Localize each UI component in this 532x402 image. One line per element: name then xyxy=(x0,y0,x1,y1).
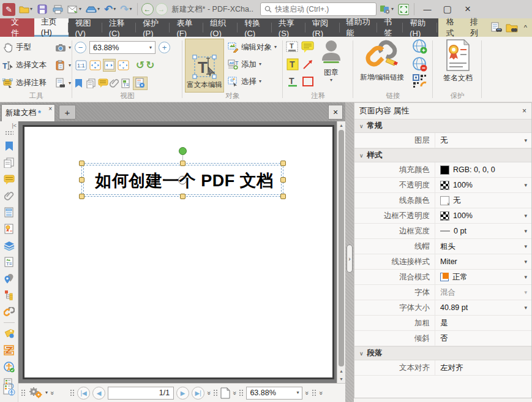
fit-page-button[interactable] xyxy=(117,59,130,72)
chevron-down-icon[interactable]: ▾ xyxy=(69,45,71,50)
close-tab-icon[interactable]: × xyxy=(48,105,52,112)
tab-accessibility[interactable]: 辅助功能 xyxy=(340,18,378,37)
border-opacity-value[interactable]: 100% xyxy=(435,211,524,221)
rotate-cw-icon[interactable]: ↻ xyxy=(146,59,154,72)
tab-arrange[interactable]: 排列 xyxy=(462,18,486,37)
drag-handle[interactable] xyxy=(312,389,317,396)
scan-button[interactable]: ▾ xyxy=(84,2,101,16)
tab-form[interactable]: 表单(F) xyxy=(170,18,203,37)
resize-handle-w[interactable] xyxy=(79,177,84,183)
resize-handle-nw[interactable] xyxy=(79,161,84,166)
resize-handle-se[interactable] xyxy=(280,194,286,199)
add-object-button[interactable]: T 添加 ▾ xyxy=(228,56,277,73)
collapse-handle-icon[interactable]: |< xyxy=(12,123,17,129)
stroke-color-value[interactable]: 无 xyxy=(435,195,531,206)
sticky-note-tool-icon[interactable] xyxy=(301,41,315,53)
fit-visible-button[interactable] xyxy=(89,59,102,72)
redo-button[interactable]: ↷ ▾ xyxy=(119,2,133,17)
zoom-out-button[interactable]: − xyxy=(75,42,86,53)
typewriter-tool-icon[interactable]: T xyxy=(286,40,299,54)
app-icon[interactable]: ✎ xyxy=(2,3,15,16)
last-page-button[interactable]: ▶| xyxy=(192,387,204,400)
order-panel-icon[interactable] xyxy=(2,344,16,357)
overflow-chevron-icon[interactable]: » xyxy=(317,391,324,395)
chevron-down-icon[interactable]: ▾ xyxy=(45,390,48,395)
maximize-button[interactable]: ▢ xyxy=(438,2,457,17)
overflow-chevron-icon[interactable]: » xyxy=(49,391,56,395)
select-text-button[interactable]: T 选择文本 ▾ xyxy=(2,56,71,74)
structure-panel-icon[interactable] xyxy=(2,289,16,302)
zoom-in-button[interactable]: + xyxy=(159,42,170,53)
attachments-panel-icon[interactable] xyxy=(2,189,16,203)
chevron-down-icon[interactable]: ▾ xyxy=(524,182,531,188)
layer-value[interactable]: 无 xyxy=(435,135,524,146)
status-zoom-combo[interactable]: 63.88% ▾ xyxy=(246,387,302,400)
font-value[interactable]: 混合 xyxy=(435,287,524,298)
quick-launch-search[interactable] xyxy=(260,2,377,16)
print-button[interactable] xyxy=(51,2,64,16)
layers-panel-icon[interactable] xyxy=(2,239,16,252)
panel-splitter[interactable]: › xyxy=(345,102,354,402)
tab-comment[interactable]: 注释(C) xyxy=(102,18,137,37)
scroll-down-icon[interactable]: ▼ xyxy=(337,375,345,383)
section-style[interactable]: ∨ 样式 xyxy=(354,148,531,162)
page-layout-icon[interactable] xyxy=(220,387,230,399)
add-weblink-icon[interactable] xyxy=(412,39,428,55)
tab-organize[interactable]: 组织(O) xyxy=(203,18,238,37)
tab-review[interactable]: 审阅(R) xyxy=(305,18,340,37)
add-edit-link-button[interactable]: 新增/编辑链接 xyxy=(356,39,408,92)
thumbnails-pane-icon[interactable] xyxy=(86,78,96,88)
document-tab[interactable]: 新建文档 * × xyxy=(1,104,55,121)
rotate-ccw-icon[interactable]: ↺ xyxy=(136,59,144,72)
drag-handle[interactable] xyxy=(21,389,26,396)
close-window-button[interactable]: × xyxy=(459,2,477,17)
bookmarks-panel-icon[interactable] xyxy=(2,140,16,153)
overflow-chevron-icon[interactable]: » xyxy=(206,391,212,395)
font-size-value[interactable]: 40.89 pt xyxy=(435,303,524,312)
close-document-button[interactable]: × xyxy=(328,105,343,119)
accessibility-report-icon[interactable] xyxy=(1,381,17,398)
content-panel-icon[interactable]: T≡ xyxy=(2,256,16,269)
rotate-handle[interactable] xyxy=(179,147,187,155)
scrollbar-thumb[interactable] xyxy=(339,130,344,366)
save-button[interactable] xyxy=(36,2,49,16)
drag-handle[interactable] xyxy=(213,389,218,396)
status-options-icon[interactable] xyxy=(28,387,43,399)
chevron-down-icon[interactable]: ▾ xyxy=(524,274,531,280)
select-comments-button[interactable]: 选择注释 ▾ xyxy=(2,74,71,92)
tab-convert[interactable]: 转换(C) xyxy=(238,18,272,37)
clipboard-icon[interactable] xyxy=(55,60,66,71)
chevron-down-icon[interactable]: ▾ xyxy=(524,137,531,143)
find-comment-icon[interactable] xyxy=(55,78,66,89)
remove-weblink-icon[interactable] xyxy=(412,56,428,72)
drag-handle[interactable] xyxy=(5,131,13,135)
arrow-tool-icon[interactable] xyxy=(302,58,314,70)
find-in-document-icon[interactable] xyxy=(491,22,502,33)
new-tab-button[interactable]: + xyxy=(59,105,76,119)
find-in-folder-icon[interactable] xyxy=(506,22,518,33)
prev-page-button[interactable]: ◀ xyxy=(92,387,105,400)
vertical-scrollbar[interactable]: ▲ ▲ ▼ xyxy=(337,121,345,383)
blend-mode-value[interactable]: 正常 xyxy=(435,272,524,283)
comments-panel-icon[interactable] xyxy=(2,173,16,186)
scroll-prev-icon[interactable]: ▲ xyxy=(337,367,345,375)
zoom-level-combo[interactable]: 63.88% ▾ xyxy=(89,41,155,54)
highlight-text-tool-icon[interactable]: T xyxy=(287,58,299,70)
resize-handle-s[interactable] xyxy=(180,194,185,199)
snapshot-camera-icon[interactable] xyxy=(55,42,66,53)
page-number-field[interactable]: 1/1 xyxy=(108,387,174,400)
select-object-button[interactable]: 选择 ▾ xyxy=(228,73,277,90)
chevron-down-icon[interactable]: ▾ xyxy=(69,63,71,68)
text-selection-box[interactable] xyxy=(81,163,283,197)
thumbnails-panel-icon[interactable] xyxy=(2,156,16,170)
first-page-button[interactable]: |◀ xyxy=(77,387,90,400)
ui-options-button[interactable]: ▾ xyxy=(378,2,395,16)
rectangle-tool-icon[interactable] xyxy=(302,75,314,88)
section-general[interactable]: ∨ 常规 xyxy=(354,119,531,133)
close-panel-icon[interactable]: × xyxy=(522,107,526,115)
tags-panel-icon[interactable] xyxy=(2,327,16,341)
line-cap-value[interactable]: 粗头 xyxy=(435,241,524,252)
overflow-chevron-icon[interactable]: » xyxy=(231,391,238,395)
tab-protect[interactable]: 保护(P) xyxy=(136,18,170,37)
tab-bookmarks[interactable]: 书签 xyxy=(377,18,403,37)
